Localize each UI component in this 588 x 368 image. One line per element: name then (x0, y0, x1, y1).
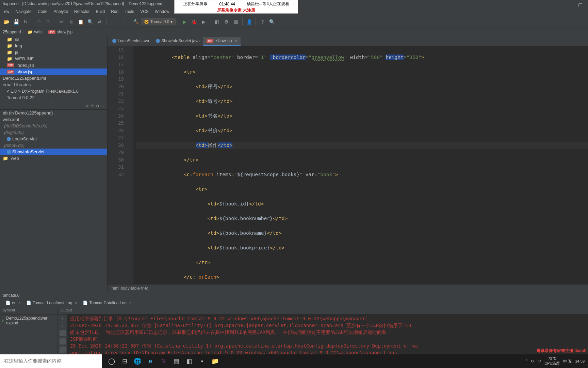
windows-search[interactable]: 在这里输入你要搜索的内容 (0, 354, 102, 368)
shield-icon[interactable]: 🛡 (537, 359, 541, 363)
expand-icon[interactable]: ⇵ (86, 104, 89, 108)
ime-indicator[interactable]: 中 五 (563, 359, 572, 364)
tree-showinfoservlet[interactable]: ShowInfoServlet (0, 149, 107, 155)
tree-demo1225append-iml[interactable]: Demo1225append.iml (0, 75, 107, 81)
profile-icon[interactable]: ◧ (213, 18, 220, 26)
cb-html[interactable]: html (112, 286, 119, 291)
tree-show-jsp[interactable]: JSPshow.jsp (0, 68, 107, 75)
tree-web-xml[interactable]: web.xml (0, 116, 107, 123)
tree--unnamed-[interactable]: (/InitDBServletInfo.do) (0, 123, 107, 129)
web-section-header[interactable]: eb (in Demo1225append) (0, 110, 107, 116)
run-tab-er[interactable]: 📄 er × (3, 300, 23, 306)
intellij-icon[interactable]: ◧ (184, 356, 195, 367)
menu-refactor[interactable]: Refactor (71, 9, 92, 15)
menu-build[interactable]: Build (93, 9, 108, 15)
menu-ew[interactable]: ew (1, 9, 12, 15)
copy-icon[interactable]: ⎘ (67, 18, 75, 26)
menu-tools[interactable]: Tools (122, 9, 137, 15)
redo-icon[interactable]: ↷ (45, 18, 52, 26)
onenote-icon[interactable]: N (158, 356, 169, 367)
cortana-icon[interactable]: ⊟ (119, 356, 130, 367)
undo-icon[interactable]: ↶ (35, 18, 43, 26)
tree-tomcat-9-0-22[interactable]: Tomcat 9.0.22 (0, 94, 107, 101)
tree--unnamed-[interactable]: (/login.do) (0, 129, 107, 136)
tree-js[interactable]: 📁js (0, 49, 107, 56)
save-icon[interactable]: 💾 (12, 18, 20, 26)
minimize-button[interactable]: ─ (557, 0, 572, 10)
forward-icon[interactable]: → (119, 18, 126, 26)
tree-ss[interactable]: 📁ss (0, 36, 107, 43)
terminal-icon[interactable]: ▪ (197, 356, 208, 367)
close-icon[interactable]: × (18, 301, 21, 305)
hide-icon[interactable]: － (101, 104, 105, 109)
find-icon[interactable]: 🔍 (86, 18, 94, 26)
sync-icon[interactable]: ↻ (531, 359, 534, 364)
deploy-artifact[interactable]: ✔ Demo1225append:war explod (1, 316, 56, 325)
run-tab-tomcat-catalina-log[interactable]: 📄 Tomcat Catalina Log × (80, 300, 134, 306)
search-everywhere-icon[interactable]: 🔍 (268, 18, 276, 26)
tab-show-jsp[interactable]: JSPshow.jsp× (203, 37, 241, 46)
cb-body[interactable]: body (121, 286, 130, 291)
build-icon[interactable]: 🔨 (132, 18, 140, 26)
collapse-icon[interactable]: ⇱ (91, 104, 94, 108)
code-editor[interactable]: <table align="center" border="1" borderc… (133, 46, 588, 284)
open-icon[interactable]: 📂 (3, 18, 10, 26)
print-icon[interactable] (60, 347, 66, 353)
jsp-icon: JSP (207, 39, 214, 43)
paste-icon[interactable]: 📋 (77, 18, 84, 26)
bc-web[interactable]: web (34, 30, 42, 34)
cb-td[interactable]: td (145, 286, 148, 291)
menu-navigate[interactable]: Navigate (13, 9, 34, 15)
menu-vcs[interactable]: VCS (137, 9, 151, 15)
tree-index-jsp[interactable]: JSPindex.jsp (0, 62, 107, 68)
tree---1-8---d--program-files-java-jdk1-8[interactable]: < 1.8 > D:\Program Files\Java\jdk1.8 (0, 88, 107, 94)
bc-root[interactable]: 25append (3, 30, 21, 34)
run-configuration[interactable]: 🐱Tomcat9.0 ▾ (141, 18, 176, 25)
task-view-icon[interactable]: ◯ (106, 356, 117, 367)
clock[interactable]: 14:59 (575, 359, 585, 363)
up-icon[interactable]: ↑ (62, 317, 64, 321)
main-toolbar: 📂 💾 ↻ ↶ ↷ ✂ ⎘ 📋 🔍 ⇄ ← → 🔨 🐱Tomcat9.0 ▾ ▶… (0, 16, 588, 28)
chrome-icon[interactable]: 🌐 (132, 356, 143, 367)
close-icon[interactable]: × (75, 301, 77, 305)
cb-tr[interactable]: tr (141, 286, 144, 291)
tree-loginservlet[interactable]: LoginServlet (0, 136, 107, 142)
soft-wrap-icon[interactable] (60, 330, 66, 336)
tree-img[interactable]: 📁img (0, 43, 107, 49)
scroll-end-icon[interactable] (60, 338, 66, 344)
run-tab-tomcat-localhost-log[interactable]: 📄 Tomcat Localhost Log × (23, 300, 80, 306)
close-icon[interactable]: × (129, 301, 132, 305)
structure-icon[interactable]: ▦ (232, 18, 240, 26)
avatar-icon[interactable]: 👤 (245, 18, 253, 26)
menu-analyze[interactable]: Analyze (51, 9, 71, 15)
fold-column[interactable] (128, 46, 133, 284)
cut-icon[interactable]: ✂ (58, 18, 65, 26)
menu-code[interactable]: Code (35, 9, 50, 15)
menu-run[interactable]: Run (108, 9, 121, 15)
coverage-icon[interactable]: ▶ (200, 18, 207, 26)
replace-icon[interactable]: ⇄ (96, 18, 103, 26)
debug-icon[interactable]: 🐞 (190, 18, 198, 26)
bc-file[interactable]: show.jsp (57, 30, 72, 34)
tree--unnamed-[interactable]: (/show.do) (0, 142, 107, 149)
gear-icon[interactable]: ⚙ (223, 18, 230, 26)
close-icon[interactable]: × (235, 39, 237, 43)
refresh-icon[interactable]: ↻ (22, 18, 29, 26)
maximize-button[interactable]: ▢ (572, 0, 588, 10)
gear-icon[interactable]: ⚙ (96, 104, 99, 108)
run-icon[interactable]: ▶ (181, 18, 188, 26)
help-icon[interactable]: ? (259, 18, 266, 26)
tree-web[interactable]: 📁web (0, 155, 107, 162)
cb-table[interactable]: table (131, 286, 140, 291)
menu-window[interactable]: Window (152, 9, 172, 15)
tray-up-icon[interactable]: ˄ (525, 359, 527, 364)
down-icon[interactable]: ↓ (62, 323, 64, 328)
edge-icon[interactable]: e (145, 356, 156, 367)
tab-loginservlet-java[interactable]: LoginServlet.java (109, 37, 152, 46)
app-icon[interactable]: ▦ (171, 356, 182, 367)
tree-ernal-libraries[interactable]: ernal Libraries (0, 81, 107, 88)
folder-icon[interactable]: 📁 (210, 356, 220, 367)
back-icon[interactable]: ← (109, 18, 117, 26)
tab-showinfoservlet-java[interactable]: ShowInfoServlet.java (152, 37, 203, 46)
tree-web-inf[interactable]: 📁WEB-INF (0, 56, 107, 62)
